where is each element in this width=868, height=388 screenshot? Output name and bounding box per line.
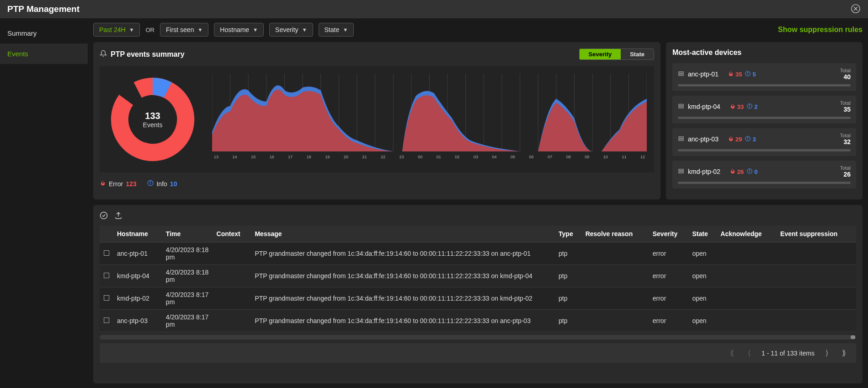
filter-hostname[interactable]: Hostname ▼ — [214, 23, 264, 37]
x-tick: 23 — [399, 155, 404, 159]
device-total-count: 26 — [840, 171, 851, 178]
summary-panel-title: PTP events summary — [111, 50, 185, 59]
x-tick: 07 — [548, 155, 552, 159]
col-context[interactable]: Context — [213, 226, 251, 242]
filter-time-range-label: Past 24H — [99, 26, 126, 33]
donut-total: 133 — [143, 111, 163, 121]
pager-first[interactable]: ⟪ — [727, 348, 737, 358]
device-name: kmd-ptp-02 — [688, 168, 720, 175]
cell-suppression — [777, 310, 856, 332]
row-checkbox[interactable] — [104, 250, 109, 256]
x-tick: 03 — [474, 155, 478, 159]
pager-next[interactable]: ⟩ — [823, 348, 831, 358]
device-card[interactable]: anc-ptp-01 35 5 Total40 — [672, 63, 856, 91]
x-tick: 19 — [325, 155, 330, 159]
x-tick: 18 — [307, 155, 311, 159]
chevron-down-icon: ▼ — [343, 27, 348, 32]
cell-resolve — [582, 265, 649, 287]
table-row[interactable]: anc-ptp-01 4/20/2023 8:18 pm PTP grandma… — [100, 242, 856, 265]
legend-info-label: Info — [156, 180, 167, 188]
col-type[interactable]: Type — [555, 226, 582, 242]
device-bar — [678, 149, 851, 151]
device-total-label: Total — [840, 165, 851, 171]
close-icon[interactable] — [851, 4, 861, 15]
devices-panel: Most-active devices anc-ptp-01 35 5 Tota… — [666, 42, 863, 199]
x-tick: 06 — [529, 155, 534, 159]
x-tick: 20 — [344, 155, 348, 159]
toggle-state[interactable]: State — [621, 49, 654, 59]
row-checkbox[interactable] — [104, 318, 109, 323]
export-icon[interactable] — [114, 211, 122, 221]
pager-text: 1 - 11 of 133 items — [761, 350, 815, 357]
col-message[interactable]: Message — [251, 226, 555, 242]
device-bar — [678, 117, 851, 119]
device-card[interactable]: kmd-ptp-04 33 2 Total35 — [672, 96, 856, 124]
x-tick: 08 — [566, 155, 571, 159]
col-severity[interactable]: Severity — [649, 226, 689, 242]
events-table-panel: Hostname Time Context Message Type Resol… — [93, 205, 863, 383]
filter-severity-label: Severity — [275, 26, 298, 33]
horizontal-scrollbar[interactable] — [100, 335, 856, 340]
filter-time-range[interactable]: Past 24H ▼ — [93, 23, 140, 37]
row-checkbox[interactable] — [104, 273, 109, 278]
device-icon — [678, 70, 684, 78]
filter-state[interactable]: State ▼ — [319, 23, 354, 37]
cell-context — [213, 265, 251, 287]
col-state[interactable]: State — [689, 226, 717, 242]
svg-point-51 — [101, 212, 107, 219]
cell-ack — [717, 287, 777, 310]
x-tick: 00 — [418, 155, 422, 159]
svg-rect-37 — [679, 107, 684, 108]
flame-icon — [730, 168, 736, 176]
device-name: anc-ptp-01 — [688, 70, 719, 78]
filter-first-seen[interactable]: First seen ▼ — [160, 23, 208, 37]
svg-rect-36 — [679, 104, 684, 105]
cell-message: PTP grandmaster changed from 1c:34:da:ff… — [251, 287, 555, 310]
col-suppression[interactable]: Event suppression — [777, 226, 856, 242]
pager-prev[interactable]: ⟨ — [745, 348, 753, 358]
filter-severity[interactable]: Severity ▼ — [269, 23, 313, 37]
cell-type: ptp — [555, 287, 582, 310]
chevron-down-icon: ▼ — [197, 27, 202, 32]
device-name: anc-ptp-03 — [688, 135, 719, 143]
cell-context — [213, 287, 251, 310]
svg-rect-47 — [679, 172, 684, 173]
table-row[interactable]: kmd-ptp-04 4/20/2023 8:18 pm PTP grandma… — [100, 265, 856, 287]
col-time[interactable]: Time — [162, 226, 213, 242]
ack-all-icon[interactable] — [100, 211, 108, 221]
device-error-count: 29 — [735, 136, 742, 143]
table-row[interactable]: anc-ptp-03 4/20/2023 8:17 pm PTP grandma… — [100, 310, 856, 332]
x-tick: 21 — [362, 155, 367, 159]
cell-message: PTP grandmaster changed from 1c:34:da:ff… — [251, 242, 555, 265]
svg-point-40 — [750, 104, 750, 105]
row-checkbox[interactable] — [104, 295, 109, 301]
pager-last[interactable]: ⟫ — [839, 348, 849, 358]
col-resolve[interactable]: Resolve reason — [582, 226, 649, 242]
x-tick: 22 — [381, 155, 385, 159]
col-ack[interactable]: Acknowledge — [717, 226, 777, 242]
device-total-count: 32 — [840, 138, 851, 146]
flame-icon — [728, 135, 734, 143]
devices-panel-title: Most-active devices — [672, 48, 856, 57]
device-card[interactable]: anc-ptp-03 29 3 Total32 — [672, 128, 856, 156]
device-icon — [678, 135, 684, 143]
cell-ack — [717, 265, 777, 287]
cell-severity: error — [649, 242, 689, 265]
toggle-severity[interactable]: Severity — [580, 49, 621, 59]
cell-hostname: anc-ptp-03 — [113, 310, 162, 332]
device-error-count: 35 — [735, 71, 742, 78]
sidebar-item-events[interactable]: Events — [0, 43, 88, 64]
x-tick: 17 — [288, 155, 293, 159]
show-suppression-rules-link[interactable]: Show suppression rules — [778, 26, 863, 34]
info-icon — [746, 103, 753, 111]
device-info-count: 0 — [754, 168, 757, 175]
sidebar-item-summary[interactable]: Summary — [0, 23, 88, 43]
svg-point-35 — [748, 72, 748, 72]
device-error-count: 33 — [737, 103, 744, 110]
device-card[interactable]: kmd-ptp-02 26 0 Total26 — [672, 161, 856, 189]
x-tick: 10 — [603, 155, 608, 159]
flame-icon — [728, 70, 734, 78]
col-hostname[interactable]: Hostname — [113, 226, 162, 242]
info-icon — [746, 168, 753, 176]
table-row[interactable]: kmd-ptp-02 4/20/2023 8:17 pm PTP grandma… — [100, 287, 856, 310]
